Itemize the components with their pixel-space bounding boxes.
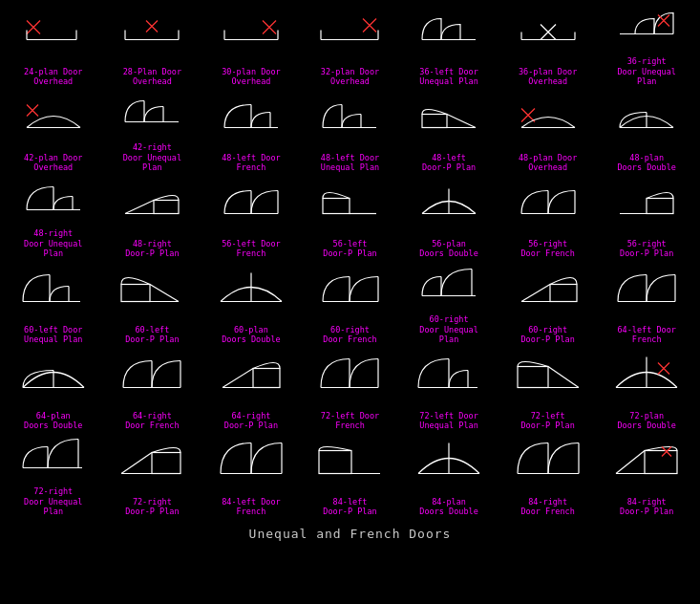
icon-area-3 bbox=[303, 6, 398, 67]
cell-label-38: 84-left Door-P Plan bbox=[303, 497, 398, 518]
cell-label-1: 28-Plan Door Overhead bbox=[105, 67, 201, 88]
icon-cell-18: 56-plan Doors Double bbox=[399, 176, 498, 262]
svg-rect-109 bbox=[152, 453, 180, 474]
cell-label-20: 56-right Door-P Plan bbox=[599, 239, 694, 260]
svg-line-123 bbox=[616, 451, 645, 474]
cell-label-36: 72-right Door-P Plan bbox=[105, 497, 201, 518]
icon-area-8 bbox=[105, 90, 201, 142]
svg-line-91 bbox=[223, 369, 253, 388]
cell-label-19: 56-right Door French bbox=[500, 239, 596, 260]
cell-label-41: 84-right Door-P Plan bbox=[599, 497, 694, 518]
cell-label-33: 72-left Door-P Plan bbox=[500, 411, 596, 432]
icon-area-1 bbox=[105, 6, 201, 67]
icon-cell-35: 72-right Door Unequal Plan bbox=[4, 434, 103, 520]
icon-cell-15: 48-right Door-P Plan bbox=[103, 176, 202, 262]
svg-line-69 bbox=[150, 285, 179, 302]
cell-label-0: 24-plan Door Overhead bbox=[6, 67, 101, 88]
svg-rect-99 bbox=[518, 367, 548, 388]
icon-area-15 bbox=[105, 178, 201, 239]
cell-label-14: 48-right Door Unequal Plan bbox=[6, 228, 101, 260]
icon-cell-20: 56-right Door-P Plan bbox=[597, 176, 696, 262]
icon-area-28 bbox=[6, 350, 101, 411]
svg-line-100 bbox=[548, 367, 579, 388]
cell-label-21: 60-left Door Unequal Plan bbox=[6, 325, 101, 346]
icon-area-22 bbox=[105, 264, 201, 325]
cell-label-12: 48-plan Door Overhead bbox=[500, 153, 596, 174]
cell-label-22: 60-left Door-P Plan bbox=[105, 325, 201, 346]
cell-label-5: 36-plan Door Overhead bbox=[500, 67, 596, 88]
svg-rect-90 bbox=[253, 369, 280, 388]
cell-label-11: 48-left Door-P Plan bbox=[401, 153, 497, 174]
cell-label-35: 72-right Door Unequal Plan bbox=[6, 486, 101, 518]
icon-cell-41: 84-right Door-P Plan bbox=[597, 434, 696, 520]
icon-area-38 bbox=[303, 436, 398, 497]
icon-area-32 bbox=[401, 350, 497, 411]
icon-cell-19: 56-right Door French bbox=[498, 176, 598, 262]
icon-cell-10: 48-left Door Unequal Plan bbox=[301, 90, 400, 176]
icon-area-4 bbox=[401, 6, 497, 67]
icon-area-24 bbox=[303, 264, 398, 325]
icon-area-12 bbox=[500, 92, 596, 153]
icon-cell-8: 42-right Door Unequal Plan bbox=[103, 90, 202, 176]
icon-cell-28: 64-plan Doors Double bbox=[4, 348, 103, 434]
icon-cell-23: 60-plan Doors Double bbox=[202, 262, 301, 348]
cell-label-4: 36-left Door Unequal Plan bbox=[401, 67, 497, 88]
icon-area-36 bbox=[105, 436, 201, 497]
cell-label-9: 48-left Door French bbox=[203, 153, 299, 174]
icon-area-30 bbox=[203, 350, 299, 411]
icon-area-13 bbox=[599, 92, 694, 153]
svg-rect-50 bbox=[154, 201, 179, 214]
icon-area-34 bbox=[599, 350, 694, 411]
icon-area-10 bbox=[303, 92, 398, 153]
cell-label-32: 72-left Door Unequal Plan bbox=[401, 411, 497, 432]
cell-label-39: 84-plan Doors Double bbox=[401, 497, 497, 518]
svg-rect-115 bbox=[319, 451, 351, 474]
icon-area-40 bbox=[500, 436, 596, 497]
cell-label-13: 48-plan Doors Double bbox=[599, 153, 694, 174]
cell-label-34: 72-plan Doors Double bbox=[599, 411, 694, 432]
cell-label-26: 60-right Door-P Plan bbox=[500, 325, 596, 346]
svg-line-40 bbox=[447, 115, 476, 128]
icon-cell-29: 64-right Door French bbox=[103, 348, 202, 434]
icon-area-5 bbox=[500, 6, 596, 67]
footer-label: Unequal and French Doors bbox=[0, 527, 700, 541]
icon-cell-2: 30-plan Door Overhead bbox=[202, 4, 301, 90]
icon-cell-11: 48-left Door-P Plan bbox=[399, 90, 498, 176]
icon-cell-40: 84-right Door French bbox=[498, 434, 598, 520]
icon-area-31 bbox=[303, 350, 398, 411]
icon-area-39 bbox=[401, 436, 497, 497]
icon-area-7 bbox=[6, 92, 101, 153]
icon-cell-3: 32-plan Door Overhead bbox=[301, 4, 400, 90]
svg-rect-79 bbox=[550, 285, 577, 302]
icon-cell-24: 60-right Door French bbox=[301, 262, 400, 348]
icon-cell-1: 28-Plan Door Overhead bbox=[103, 4, 202, 90]
cell-label-10: 48-left Door Unequal Plan bbox=[303, 153, 398, 174]
icon-cell-0: 24-plan Door Overhead bbox=[4, 4, 103, 90]
icon-area-33 bbox=[500, 350, 596, 411]
icon-area-14 bbox=[6, 176, 101, 228]
icon-cell-13: 48-plan Doors Double bbox=[597, 90, 696, 176]
svg-rect-68 bbox=[121, 285, 150, 302]
cell-label-29: 64-right Door French bbox=[105, 411, 201, 432]
icon-cell-6: 36-right Door Unequal Plan bbox=[597, 4, 696, 90]
icon-area-0 bbox=[6, 6, 101, 67]
icon-cell-25: 60-right Door Unequal Plan bbox=[399, 262, 498, 348]
icon-cell-33: 72-left Door-P Plan bbox=[498, 348, 598, 434]
icon-grid: 24-plan Door Overhead 28-Plan Door Overh… bbox=[0, 0, 700, 524]
svg-line-80 bbox=[521, 285, 550, 302]
icon-area-35 bbox=[6, 434, 101, 486]
icon-area-20 bbox=[599, 178, 694, 239]
cell-label-16: 56-left Door French bbox=[203, 239, 299, 260]
svg-line-110 bbox=[121, 453, 152, 474]
cell-label-6: 36-right Door Unequal Plan bbox=[599, 56, 694, 88]
icon-cell-30: 64-right Door-P Plan bbox=[202, 348, 301, 434]
cell-label-3: 32-plan Door Overhead bbox=[303, 67, 398, 88]
icon-cell-32: 72-left Door Unequal Plan bbox=[399, 348, 498, 434]
cell-label-17: 56-left Door-P Plan bbox=[303, 239, 398, 260]
icon-cell-37: 84-left Door French bbox=[202, 434, 301, 520]
svg-rect-39 bbox=[422, 115, 447, 128]
cell-label-25: 60-right Door Unequal Plan bbox=[401, 314, 497, 346]
svg-rect-63 bbox=[647, 199, 673, 214]
cell-label-2: 30-plan Door Overhead bbox=[203, 67, 299, 88]
icon-area-18 bbox=[401, 178, 497, 239]
